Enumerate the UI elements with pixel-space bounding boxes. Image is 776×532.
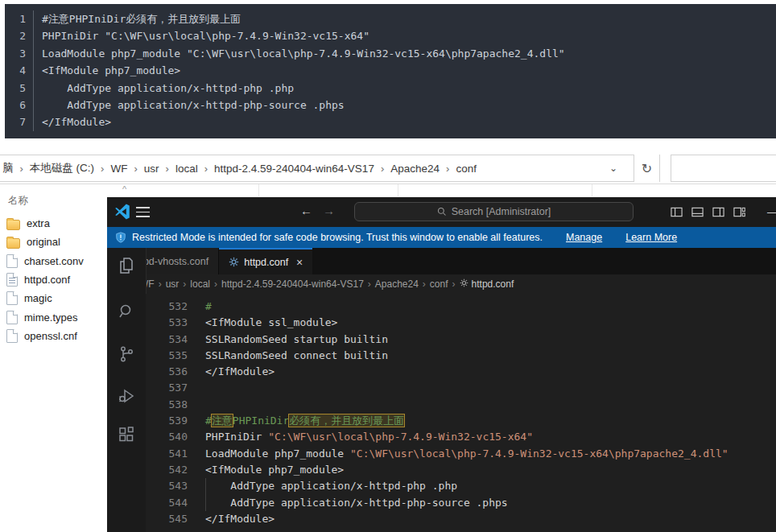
toggle-primary-sidebar-icon[interactable] — [671, 206, 683, 218]
breadcrumb-segment[interactable]: httpd-2.4.59-240404-win64-VS17 — [214, 163, 374, 175]
breadcrumb[interactable]: C:›WF›usr›local›httpd-2.4.59-240404-win6… — [107, 274, 776, 294]
editor-line[interactable]: 544 AddType application/x-httpd-php-sour… — [146, 495, 776, 511]
breadcrumb-segment[interactable]: WF — [110, 163, 127, 175]
line-code: LoadModule php7_module "C:\WF\usr\local\… — [205, 446, 729, 462]
line-number: 1 — [5, 10, 26, 27]
line-number: 536 — [146, 364, 188, 380]
toggle-secondary-sidebar-icon[interactable] — [712, 206, 724, 218]
breadcrumb-segment[interactable]: 本地磁盘 (C:) — [30, 161, 94, 175]
line-code: <IfModule ssl_module> — [205, 315, 337, 331]
gear-icon — [229, 257, 239, 267]
line-number: 2 — [5, 27, 26, 44]
file-row[interactable]: openssl.cnf — [0, 327, 107, 345]
search-icon[interactable] — [117, 302, 136, 321]
chevron-right-icon: › — [368, 278, 371, 290]
breadcrumb-segment[interactable]: local — [175, 163, 198, 175]
explorer-search-input[interactable] — [671, 155, 776, 182]
snippet-line: 2PHPIniDir "C:\WF\usr\local\php-7.4.9-Wi… — [5, 27, 776, 44]
line-number: 539 — [146, 413, 188, 429]
breadcrumb-segment[interactable]: conf — [456, 163, 477, 175]
run-debug-icon[interactable] — [117, 386, 136, 406]
folder-icon — [6, 238, 20, 249]
search-placeholder: Search [Administrator] — [452, 206, 551, 217]
folder-icon — [6, 220, 20, 230]
divider — [0, 184, 776, 184]
chevron-down-icon[interactable]: ⌄ — [609, 163, 617, 174]
breadcrumb-segment[interactable]: httpd-2.4.59-240404-win64-VS17 — [221, 278, 364, 290]
code-editor[interactable]: 532#533<IfModule ssl_module>534SSLRandom… — [146, 294, 776, 532]
code-segment: AddType application/x-httpd-php-source .… — [205, 497, 508, 509]
line-number: 5 — [5, 80, 26, 97]
snippet-line: 1#注意PHPIniDir必须有，并且放到最上面 — [5, 10, 776, 27]
file-row[interactable]: magic — [0, 289, 107, 307]
activity-bar — [107, 248, 147, 532]
banner-message: Restricted Mode is intended for safe cod… — [132, 232, 543, 243]
editor-line[interactable]: 538 — [146, 397, 776, 413]
extensions-icon[interactable] — [117, 425, 136, 444]
line-code: LoadModule php7_module "C:\WF\usr\local\… — [33, 45, 565, 62]
editor-line[interactable]: 542<IfModule php7_module> — [146, 462, 776, 478]
line-code: SSLRandomSeed connect builtin — [205, 348, 388, 364]
file-row[interactable]: httpd.conf — [0, 270, 107, 289]
editor-line[interactable]: 540PHPIniDir "C:\WF\usr\local\php-7.4.9-… — [146, 429, 776, 445]
forward-arrow-icon[interactable]: → — [323, 204, 335, 217]
code-segment: SSLRandomSeed startup builtin — [205, 333, 388, 345]
editor-line[interactable]: 543 AddType application/x-httpd-php .php — [146, 478, 776, 494]
line-code: SSLRandomSeed startup builtin — [205, 332, 388, 348]
command-search-box[interactable]: Search [Administrator] — [354, 202, 634, 221]
vscode-window: ← → Search [Administrator] — [107, 197, 776, 532]
breadcrumb-segment[interactable]: Apache24 — [375, 278, 419, 290]
chevron-right-icon: › — [204, 163, 208, 175]
editor-line[interactable]: 537 — [146, 380, 776, 396]
address-bar[interactable]: 脑›本地磁盘 (C:)›WF›usr›local›httpd-2.4.59-24… — [0, 155, 660, 182]
snippet-line: 7</IfModule> — [5, 113, 776, 130]
editor-line[interactable]: 533<IfModule ssl_module> — [146, 315, 776, 331]
line-number: 544 — [146, 495, 188, 511]
file-icon — [6, 311, 18, 324]
breadcrumb-segment[interactable]: conf — [430, 278, 448, 290]
breadcrumb-segment[interactable]: usr — [144, 163, 159, 175]
file-row[interactable]: charset.conv — [0, 252, 107, 270]
menu-hamburger-icon[interactable] — [136, 207, 150, 217]
line-code: <IfModule php7_module> — [205, 462, 344, 478]
snippet-lines: 1#注意PHPIniDir必须有，并且放到最上面2PHPIniDir "C:\W… — [5, 10, 776, 131]
chevron-right-icon: › — [183, 278, 186, 290]
editor-line[interactable]: 541LoadModule php7_module "C:\WF\usr\loc… — [146, 446, 776, 462]
customize-layout-icon[interactable] — [733, 206, 745, 218]
editor-line[interactable]: 536</IfModule> — [146, 364, 776, 380]
editor-line[interactable]: 532# — [146, 299, 776, 315]
explorer-icon[interactable] — [117, 256, 136, 275]
source-control-icon[interactable] — [117, 344, 136, 364]
tab-httpd-conf[interactable]: httpd.conf × — [219, 248, 312, 274]
column-header-name[interactable]: 名称 — [8, 194, 28, 208]
learn-more-link[interactable]: Learn More — [625, 232, 677, 243]
breadcrumb-segment[interactable]: 脑 — [2, 161, 14, 175]
file-row[interactable]: mime.types — [0, 307, 107, 326]
refresh-button[interactable]: ↻ — [634, 155, 660, 182]
line-number: 534 — [146, 332, 188, 348]
file-row[interactable]: original — [0, 233, 107, 251]
file-icon — [6, 329, 18, 343]
chevron-right-icon: › — [214, 278, 217, 290]
editor-line[interactable]: 534SSLRandomSeed startup builtin — [146, 332, 776, 348]
code-segment: AddType application/x-httpd-php .php — [205, 480, 457, 492]
breadcrumb-segment[interactable]: usr — [166, 278, 180, 290]
line-number: 4 — [5, 62, 26, 79]
breadcrumb-segment[interactable]: local — [190, 278, 210, 290]
back-arrow-icon[interactable]: ← — [300, 204, 312, 217]
editor-line[interactable]: 539#注意PHPIniDir必须有，并且放到最上面 — [146, 413, 776, 429]
breadcrumb-file[interactable]: httpd.conf — [460, 278, 514, 290]
close-icon[interactable]: × — [296, 256, 303, 269]
search-highlight: 注意 — [212, 414, 233, 427]
breadcrumb-segment[interactable]: Apache24 — [390, 163, 440, 175]
editor-line[interactable]: 535SSLRandomSeed connect builtin — [146, 348, 776, 364]
minimize-button[interactable]: — — [767, 205, 776, 218]
manage-link[interactable]: Manage — [566, 232, 602, 243]
address-segments: 脑›本地磁盘 (C:)›WF›usr›local›httpd-2.4.59-24… — [7, 161, 478, 175]
toggle-panel-icon[interactable] — [691, 206, 704, 218]
file-row[interactable]: extra — [0, 214, 107, 233]
tab-label: httpd.conf — [244, 257, 288, 268]
chevron-right-icon: › — [446, 163, 449, 175]
editor-line[interactable]: 545</IfModule> — [146, 511, 776, 527]
line-code: </IfModule> — [33, 113, 111, 130]
